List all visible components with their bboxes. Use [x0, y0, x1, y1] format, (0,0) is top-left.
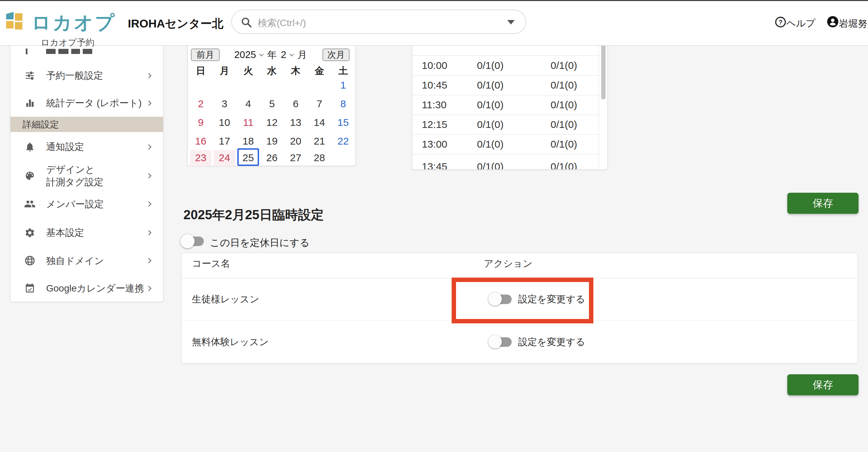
calendar-day-20[interactable]: 20 — [284, 132, 308, 151]
calendar-day-2[interactable]: 2 — [189, 95, 213, 113]
search-dropdown-caret[interactable] — [507, 20, 515, 24]
holiday-toggle-label: この日を定休日にする — [210, 236, 310, 250]
calendar-day-24[interactable]: 24 — [213, 149, 236, 167]
calendar-panel: 前月 2025 年 2 月 次月 日月火水木金土 123456789101112… — [188, 35, 356, 166]
calendar-day-13[interactable]: 13 — [284, 113, 308, 132]
brand-name: ロカオプ — [32, 10, 116, 36]
calendar-day-empty — [260, 76, 284, 95]
calendar-day-empty — [213, 76, 236, 95]
calendar-day-19[interactable]: 19 — [260, 132, 284, 151]
search-input[interactable]: 検索(Ctrl+/) — [231, 10, 526, 34]
user-menu[interactable]: 岩堀努 — [827, 16, 839, 29]
calendar-day-1[interactable]: 1 — [331, 76, 355, 95]
sidebar-item-3[interactable]: デザインと計測タグ設定 — [11, 162, 163, 190]
timeslot-count-2: 0/1(0) — [530, 155, 598, 170]
calendar-day-7[interactable]: 7 — [308, 95, 331, 113]
timeslot-row[interactable]: 13:000/1(0)0/1(0) — [412, 134, 599, 154]
timeslot-time: 10:45 — [422, 75, 447, 95]
calendar-day-23[interactable]: 23 — [189, 149, 213, 167]
save-button-top[interactable]: 保存 — [787, 193, 859, 214]
month-unit-label: 月 — [297, 49, 307, 61]
timeslot-time: 11:30 — [422, 95, 447, 115]
help-label: ヘルプ — [786, 17, 815, 30]
calendar-day-3[interactable]: 3 — [213, 95, 236, 113]
sidebar-item-7[interactable]: Googleカレンダー連携 — [11, 274, 163, 302]
chevron-right-icon — [145, 284, 154, 293]
calendar-day-14[interactable]: 14 — [308, 113, 331, 132]
page-title: 2025年2月25日臨時設定 — [183, 206, 324, 224]
sidebar-item-1[interactable]: 統計データ (レポート) — [11, 89, 163, 117]
palette-icon — [24, 170, 36, 182]
timeslot-count-2: 0/1(0) — [530, 134, 598, 154]
timeslot-row[interactable]: 12:150/1(0)0/1(0) — [412, 115, 599, 135]
annotation-highlight-box — [452, 278, 593, 323]
course-toggle[interactable] — [489, 335, 512, 349]
calendar-day-21[interactable]: 21 — [308, 132, 331, 151]
calendar-day-15[interactable]: 15 — [331, 113, 355, 132]
chevron-down-icon — [258, 51, 265, 59]
search-placeholder: 検索(Ctrl+/) — [258, 17, 306, 30]
month-select[interactable]: 2 — [281, 49, 295, 60]
timeslot-count-1: 0/1(0) — [456, 155, 524, 170]
calendar-day-5[interactable]: 5 — [260, 95, 284, 113]
sidebar-item-label: 統計データ (レポート) — [46, 97, 142, 109]
sidebar-item-0[interactable]: 予約一般設定 — [11, 62, 163, 89]
window-top-strip — [0, 0, 868, 1]
calendar-day-26[interactable]: 26 — [260, 149, 284, 167]
timeslot-row[interactable]: 10:000/1(0)0/1(0) — [412, 56, 599, 76]
workspace-title: IROHAセンター北 — [128, 16, 223, 32]
holiday-toggle[interactable] — [181, 234, 204, 248]
calendar-day-10[interactable]: 10 — [213, 113, 236, 132]
sidebar-item-label: 独自ドメイン — [46, 255, 104, 267]
help-icon: ? — [775, 16, 786, 28]
calendar-day-8[interactable]: 8 — [331, 95, 355, 113]
year-select[interactable]: 2025 — [234, 49, 265, 60]
calendar-day-empty — [308, 76, 331, 95]
sidebar-item-4[interactable]: メンバー設定 — [11, 190, 163, 218]
timeslot-row[interactable]: 11:300/1(0)0/1(0) — [412, 95, 599, 115]
calendar-day-22[interactable]: 22 — [331, 132, 355, 151]
calendar-day-empty — [236, 76, 260, 95]
timeslot-count-1: 0/1(0) — [456, 56, 524, 75]
chevron-right-icon — [145, 143, 154, 151]
calendar-day-11[interactable]: 11 — [236, 113, 260, 132]
logo-icon — [6, 12, 22, 30]
sidebar-item-label: 基本設定 — [46, 226, 84, 239]
calendar-icon — [24, 283, 36, 294]
timeslot-count-1: 0/1(0) — [456, 95, 524, 115]
calendar-day-16[interactable]: 16 — [189, 132, 213, 151]
chevron-right-icon — [145, 172, 154, 180]
timeslot-time: 13:00 — [422, 134, 447, 154]
calendar-day-12[interactable]: 12 — [260, 113, 284, 132]
calendar-day-4[interactable]: 4 — [236, 95, 260, 113]
timeslot-row[interactable]: 13:450/1(0)0/1(0) — [412, 155, 599, 170]
calendar-day-17[interactable]: 17 — [213, 132, 236, 151]
calendar-day-18[interactable]: 18 — [236, 132, 260, 151]
sidebar-item-label: メンバー設定 — [46, 198, 104, 210]
sidebar-section-label: 詳細設定 — [22, 118, 59, 131]
sidebar-item-5[interactable]: 基本設定 — [11, 218, 163, 247]
calendar-day-empty — [284, 76, 308, 95]
timeslot-count-2: 0/1(0) — [530, 75, 598, 95]
sidebar-item-label: 予約一般設定 — [46, 69, 103, 82]
svg-text:?: ? — [778, 19, 782, 26]
timeslot-row[interactable]: 10:450/1(0)0/1(0) — [412, 75, 599, 95]
chevron-right-icon — [145, 72, 154, 80]
sidebar-item-6[interactable]: 独自ドメイン — [11, 247, 163, 274]
calendar-day-9[interactable]: 9 — [189, 113, 213, 132]
sidebar-section-header: 詳細設定 — [11, 117, 163, 132]
next-month-button[interactable]: 次月 — [322, 49, 350, 61]
prev-month-button[interactable]: 前月 — [191, 49, 220, 61]
help-button[interactable]: ? ヘルプ — [775, 16, 786, 29]
calendar-day-28[interactable]: 28 — [308, 149, 331, 167]
user-name: 岩堀努 — [839, 17, 867, 30]
calendar-year-month-controls: 2025 年 2 月 — [225, 49, 320, 61]
selected-date-outline — [237, 148, 259, 166]
sidebar-item-2[interactable]: 通知設定 — [11, 132, 163, 162]
save-button-bottom[interactable]: 保存 — [787, 374, 859, 395]
timeslot-time: 10:00 — [422, 56, 447, 75]
calendar-day-6[interactable]: 6 — [284, 95, 308, 113]
calendar-day-27[interactable]: 27 — [284, 149, 308, 167]
chevron-right-icon — [145, 229, 154, 237]
sidebar-item-label: 通知設定 — [46, 140, 84, 153]
